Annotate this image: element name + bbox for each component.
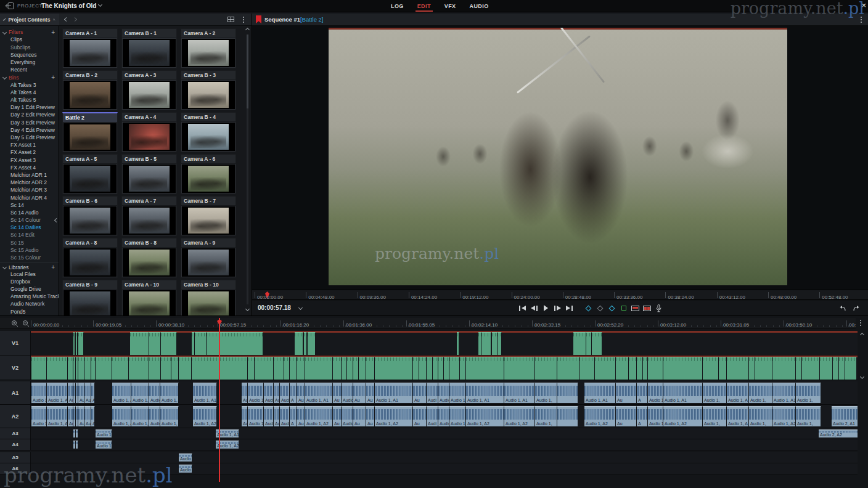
timeline-clip[interactable]: Audio 1, A2 bbox=[193, 406, 217, 426]
timeline-clip[interactable]: Ca bbox=[78, 332, 84, 356]
transport-step-back-icon[interactable] bbox=[530, 304, 538, 312]
timeline-clip[interactable]: C bbox=[643, 357, 648, 380]
timeline-clip[interactable]: Audio 1, A2 bbox=[663, 406, 703, 426]
add-icon[interactable]: + bbox=[51, 74, 55, 81]
timeline-clip[interactable]: C bbox=[353, 357, 359, 380]
timeline-clip[interactable]: Camera A bbox=[579, 357, 595, 380]
timeline-clip[interactable]: Audio 1, A bbox=[112, 406, 131, 426]
timeline-clip[interactable]: Audi bbox=[280, 383, 290, 403]
chevron-down-icon[interactable] bbox=[298, 306, 303, 310]
sidebar-section-bins[interactable]: Bins+ bbox=[0, 73, 59, 81]
browser-menu-icon[interactable] bbox=[243, 17, 244, 18]
transport-step-forward-icon[interactable] bbox=[554, 304, 562, 312]
timeline-clip[interactable]: Cam bbox=[629, 357, 637, 380]
transport-play-icon[interactable] bbox=[542, 304, 550, 312]
timeline-clip[interactable]: Audio 1, A bbox=[248, 406, 264, 426]
timeline-clip[interactable]: Audio 1, A bbox=[727, 383, 749, 403]
sidebar-item-day-4-edit-preview[interactable]: Day 4 Edit Preview bbox=[0, 126, 59, 134]
timeline-clip[interactable]: Ca bbox=[248, 357, 255, 380]
timeline-clip[interactable]: Audio 1, bbox=[796, 406, 821, 426]
add-icon[interactable]: + bbox=[51, 264, 55, 270]
timeline-clip[interactable]: Audio 1, A bbox=[449, 383, 466, 403]
timeline-clip[interactable]: Audio bbox=[438, 383, 449, 403]
sidebar-item-melchior-adr-2[interactable]: Melchior ADR 2 bbox=[0, 179, 59, 186]
timeline-clip[interactable]: Au bbox=[333, 383, 342, 403]
timeline-clip[interactable]: C bbox=[433, 357, 438, 380]
clip-tile-camera-b-3[interactable]: Camera B - 3 bbox=[181, 70, 236, 110]
timeline-clip[interactable]: C bbox=[444, 357, 449, 380]
clip-tile-camera-a-6[interactable]: Camera A - 6 bbox=[181, 154, 236, 194]
transport-jump-start-icon[interactable] bbox=[518, 304, 526, 312]
sidebar-item-sc-15-audio[interactable]: Sc 15 Audio bbox=[0, 246, 59, 254]
clip-tile-camera-b-10[interactable]: Camera B - 10 bbox=[181, 280, 236, 315]
timeline-clip[interactable]: C bbox=[457, 332, 459, 356]
timeline-clip[interactable]: Audio 1, A bbox=[160, 383, 179, 403]
timeline-clip[interactable]: Au bbox=[68, 383, 73, 403]
timeline-clip[interactable]: Audio bbox=[149, 406, 160, 426]
bookmark-flag-icon[interactable] bbox=[256, 15, 261, 23]
timeline-clip[interactable]: Audio 1, A1 bbox=[466, 383, 504, 403]
sidebar-item-melchior-adr-3[interactable]: Melchior ADR 3 bbox=[0, 186, 59, 193]
clip-tile-camera-a-2[interactable]: Camera A - 2 bbox=[181, 28, 236, 68]
project-name[interactable]: The Knights of Old bbox=[41, 2, 96, 9]
timeline-clip[interactable]: Audio 1, A1 bbox=[375, 383, 413, 403]
sidebar-item-day-2-edit-preview[interactable]: Day 2 Edit Preview bbox=[0, 111, 59, 118]
timeline-clip[interactable]: Audio bbox=[342, 383, 353, 403]
track-header-v2[interactable]: V2 bbox=[0, 356, 31, 380]
timeline-clip[interactable]: Au bbox=[297, 406, 305, 426]
timeline-clip[interactable]: Ca bbox=[833, 357, 839, 380]
timeline-clip[interactable]: Au bbox=[297, 383, 305, 403]
timeline-clip[interactable]: C bbox=[304, 332, 307, 356]
clip-tile-camera-b-1[interactable]: Camera B - 1 bbox=[121, 28, 177, 68]
timeline-clip[interactable]: Audio 1 bbox=[179, 453, 192, 462]
timeline-clip[interactable] bbox=[504, 357, 535, 380]
timeline-clip[interactable]: C bbox=[91, 357, 96, 380]
timeline-clip[interactable]: Audio 1, A2 bbox=[504, 406, 535, 426]
clip-tile-camera-b-6[interactable]: Camera B - 6 bbox=[62, 196, 118, 236]
timeline-clip[interactable]: A bbox=[637, 383, 648, 403]
timeline-clip[interactable]: Camera B - 2 bbox=[663, 357, 703, 380]
clip-tile-battle-2[interactable]: Battle 2 bbox=[62, 112, 118, 152]
timeline-clip[interactable]: Ca bbox=[427, 357, 433, 380]
timeline-clip[interactable]: Audio 1, A2 bbox=[584, 406, 616, 426]
current-timecode[interactable]: 00:00:57.18 bbox=[258, 301, 291, 315]
timeline-clip[interactable]: Audio 1 bbox=[179, 465, 192, 473]
timeline-clip[interactable]: Ca bbox=[68, 357, 73, 380]
add-icon[interactable]: + bbox=[51, 29, 55, 36]
timeline-clip[interactable]: Cam bbox=[616, 357, 629, 380]
sidebar-item-alt-takes-5[interactable]: Alt Takes 5 bbox=[0, 96, 59, 104]
timeline-clip[interactable]: Ca bbox=[171, 357, 179, 380]
sidebar-item-fx-asset-4[interactable]: FX Asset 4 bbox=[0, 164, 59, 171]
timeline-clip[interactable]: Camer bbox=[703, 357, 719, 380]
timeline-clip[interactable]: Car bbox=[492, 332, 497, 356]
timeline-clip[interactable]: Audio 1, A2 bbox=[772, 406, 796, 426]
exit-project-icon[interactable] bbox=[5, 2, 15, 10]
timeline-clip[interactable]: Audio 1, A1 bbox=[47, 383, 68, 403]
timeline-clip[interactable]: Camera A - 3 bbox=[192, 357, 220, 380]
sidebar-item-melchior-adr-1[interactable]: Melchior ADR 1 bbox=[0, 171, 59, 179]
timeline-clip[interactable]: Came bbox=[481, 332, 491, 356]
timeline-clip[interactable]: Ca bbox=[284, 357, 290, 380]
timeline-clip[interactable]: Audio 1, bbox=[648, 406, 663, 426]
sidebar-item-day-3-edit-preview[interactable]: Day 3 Edit Preview bbox=[0, 119, 59, 126]
undo-icon[interactable] bbox=[838, 305, 846, 312]
viewer-timeline-ruler[interactable]: 00:00:00.0000:04:48.0000:09:36.0000:14:2… bbox=[252, 290, 868, 299]
timeline-clip[interactable]: Au bbox=[68, 406, 73, 426]
clip-tile-camera-a-3[interactable]: Camera A - 3 bbox=[121, 70, 177, 110]
tab-log[interactable]: LOG bbox=[391, 0, 404, 12]
timeline-clip[interactable]: C bbox=[438, 357, 444, 380]
timeline-clip[interactable]: Audi bbox=[427, 383, 438, 403]
timeline-clip[interactable]: Camera B bbox=[112, 357, 129, 380]
timeline-clip[interactable]: Camera A - 3 bbox=[772, 357, 796, 380]
timeline-clip[interactable]: Audio 1, A bbox=[160, 406, 179, 426]
timeline-clip[interactable] bbox=[557, 383, 578, 403]
clip-tile-camera-a-8[interactable]: Camera A - 8 bbox=[62, 238, 118, 278]
timeline-clip[interactable]: Audio 1, A1 bbox=[772, 383, 796, 403]
timeline-clip[interactable]: Au bbox=[242, 383, 248, 403]
sidebar-item-everything[interactable]: Everything bbox=[0, 59, 59, 66]
forward-icon[interactable] bbox=[73, 17, 77, 22]
timeline-clip[interactable]: Audio bbox=[149, 383, 160, 403]
timeline-clip[interactable]: Au bbox=[333, 406, 342, 426]
scroll-up-icon[interactable] bbox=[860, 333, 864, 337]
track-header-a5[interactable]: A5 bbox=[0, 452, 31, 463]
